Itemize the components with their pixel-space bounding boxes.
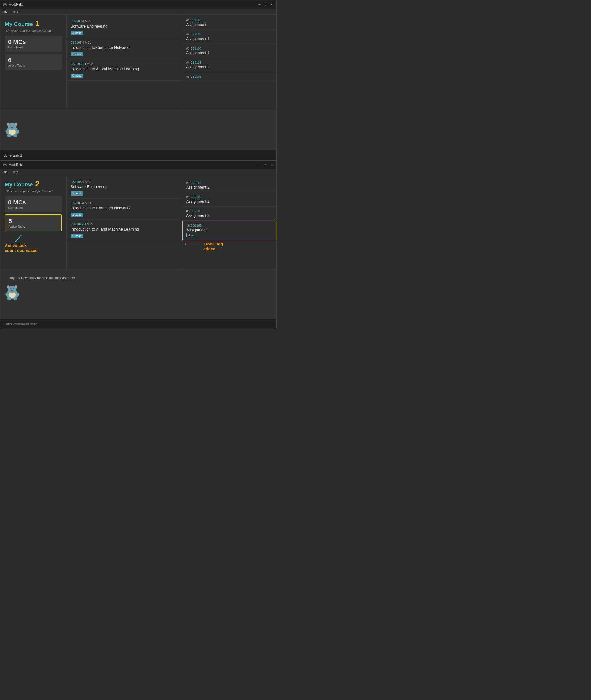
course-meta-2-2: CS2109S 4 MCs [70, 222, 178, 226]
svg-point-22 [15, 286, 17, 288]
mcs-label-2: Completed [8, 206, 59, 209]
course-card-1-1[interactable]: CS2105 4 MCs Introduction to Computer Ne… [67, 38, 182, 59]
command-bar-2 [0, 319, 276, 329]
task-name-2-3: Assignment [186, 228, 272, 232]
animation-area-2: Yay! I successfully marked this task as … [0, 269, 276, 319]
task-item-1-3[interactable]: #4 CS2105 Assignment 2 [182, 58, 276, 72]
annotation-label-done: 'Done' tagadded [203, 242, 223, 251]
task-item-1-0[interactable]: #1 CS2105 Assignment [182, 16, 276, 30]
success-message-2: Yay! I successfully marked this task as … [5, 274, 79, 282]
task-number-2-2: #5 CS2103 [186, 209, 272, 213]
svg-point-21 [7, 286, 9, 288]
courses-panel-2: CS2103 4 MCs Software Engineering 3 task… [67, 175, 182, 269]
tasks-panel-2: #3 CS2105 Assignment 2 #4 CS2103 Assignm… [182, 175, 276, 269]
annotation-arrow-done [185, 242, 201, 247]
menubar-2: File Help [0, 169, 276, 175]
minimize-button-2[interactable]: ─ [257, 162, 262, 167]
titlebar-controls-2: ─ □ ✕ [257, 162, 274, 167]
tasks-badge-2-2: 0 tasks [70, 234, 83, 238]
annotation-done-tag: 'Done' tagadded [182, 240, 276, 253]
mcs-number-2: 0 MCs [8, 199, 59, 206]
task-number-2-1: #4 CS2103 [186, 195, 272, 199]
course-meta-1-1: CS2105 4 MCs [70, 41, 178, 44]
task-name-1-3: Assignment 2 [186, 65, 272, 69]
sidebar-1: My Course 1 "Strive for progress, not pe… [0, 15, 67, 109]
course-meta-2-0: CS2103 4 MCs [70, 180, 178, 183]
maximize-button-1[interactable]: □ [263, 2, 268, 7]
sidebar-title-2: My Course [5, 181, 33, 188]
task-item-2-1[interactable]: #4 CS2103 Assignment 2 [182, 192, 276, 207]
task-number-1-3: #4 CS2105 [186, 61, 272, 64]
menu-help-2[interactable]: Help [12, 170, 18, 174]
minimize-button-1[interactable]: ─ [257, 2, 262, 7]
task-number-1-1: #2 CS2105 [186, 33, 272, 36]
course-mcs-2-1: 4 MCs [82, 201, 91, 205]
task-name-1-0: Assignment [186, 22, 272, 27]
menubar-1: File Help [0, 9, 276, 15]
task-item-1-1[interactable]: #2 CS2105 Assignment 1 [182, 30, 276, 44]
mcs-number-1: 0 MCs [8, 39, 59, 46]
sidebar-header-1: My Course 1 [5, 19, 62, 28]
active-tasks-label-1: Active Tasks [8, 64, 59, 67]
svg-point-6 [15, 123, 17, 125]
course-card-2-2[interactable]: CS2109S 4 MCs Introduction to AI and Mac… [67, 220, 182, 241]
sidebar-motto-1: "Strive for progress, not perfection." [5, 29, 62, 33]
task-item-2-3[interactable]: #6 CS2105 Assignment done [182, 221, 276, 240]
tasks-badge-1-2: 0 tasks [70, 74, 83, 78]
sidebar-motto-2: "Strive for progress, not perfection." [5, 189, 62, 193]
course-card-2-0[interactable]: CS2103 4 MCs Software Engineering 3 task… [67, 177, 182, 199]
svg-point-7 [12, 126, 13, 127]
done-badge-2-3: done [186, 233, 196, 237]
svg-line-12 [16, 235, 21, 242]
course-name-2-0: Software Engineering [70, 185, 178, 189]
task-number-1-4: #5 CS2103 [186, 75, 272, 78]
animation-area-1 [0, 109, 276, 150]
task-name-2-0: Assignment 2 [186, 185, 272, 189]
task-name-2-2: Assignment 3 [186, 213, 272, 218]
task-item-2-2[interactable]: #5 CS2103 Assignment 3 [182, 207, 276, 221]
window-1: 🎮 ModtRekt ─ □ ✕ File Help My Course 1 "… [0, 0, 276, 161]
task-name-2-1: Assignment 2 [186, 199, 272, 203]
annotation-arrow-tasks [5, 234, 27, 242]
courses-panel-1: CS2103 4 MCs Software Engineering 3 task… [67, 15, 182, 109]
course-card-2-1[interactable]: CS2105 4 MCs Introduction to Computer Ne… [67, 199, 182, 220]
menu-file-1[interactable]: File [2, 10, 7, 13]
app-title-1: ModtRekt [9, 2, 23, 6]
course-code-1-0: CS2103 [70, 20, 82, 23]
course-mcs-2-0: 4 MCs [82, 180, 91, 183]
close-button-1[interactable]: ✕ [269, 2, 274, 7]
annotation-active-tasks: Active taskcount decreases [5, 234, 62, 253]
course-name-1-2: Introduction to AI and Machine Learning [70, 67, 178, 71]
course-card-1-0[interactable]: CS2103 4 MCs Software Engineering 3 task… [67, 17, 182, 38]
app-icon-1: 🎮 [2, 2, 7, 7]
course-code-2-2: CS2109S [70, 222, 83, 226]
task-number-1-2: #3 CS2103 [186, 47, 272, 50]
task-item-1-2[interactable]: #3 CS2103 Assignment 1 [182, 44, 276, 58]
maximize-button-2[interactable]: □ [263, 162, 268, 167]
course-code-1-2: CS2109S [70, 62, 83, 66]
mcs-stat-box-1: 0 MCs Completed [5, 36, 62, 52]
course-name-1-1: Introduction to Computer Networks [70, 45, 178, 50]
menu-file-2[interactable]: File [2, 170, 7, 174]
course-code-1-1: CS2105 [70, 41, 82, 44]
task-item-2-0[interactable]: #3 CS2105 Assignment 2 [182, 178, 276, 192]
task-number-1-0: #1 CS2105 [186, 18, 272, 22]
tasks-badge-2-1: 2 tasks [70, 213, 83, 217]
task-number-2-0: #3 CS2105 [186, 181, 272, 185]
task-item-2-scrolled[interactable] [182, 176, 276, 178]
command-input-2[interactable] [4, 322, 273, 326]
svg-marker-15 [185, 243, 186, 245]
sidebar-2: My Course 2 "Strive for progress, not pe… [0, 175, 67, 269]
tasks-panel-1: #1 CS2105 Assignment #2 CS2105 Assignmen… [182, 15, 276, 109]
close-button-2[interactable]: ✕ [269, 162, 274, 167]
course-card-1-2[interactable]: CS2109S 4 MCs Introduction to AI and Mac… [67, 59, 182, 81]
app-icon-2: 🎮 [2, 163, 7, 167]
menu-help-1[interactable]: Help [12, 10, 18, 13]
task-name-1-1: Assignment 1 [186, 37, 272, 41]
task-item-1-4[interactable]: #5 CS2103 [182, 72, 276, 82]
course-meta-2-1: CS2105 4 MCs [70, 201, 178, 205]
window-2: 🎮 ModtRekt ─ □ ✕ File Help My Course 2 "… [0, 161, 276, 329]
sidebar-header-2: My Course 2 [5, 180, 62, 188]
course-name-2-2: Introduction to AI and Machine Learning [70, 227, 178, 232]
task-name-1-2: Assignment 1 [186, 51, 272, 55]
